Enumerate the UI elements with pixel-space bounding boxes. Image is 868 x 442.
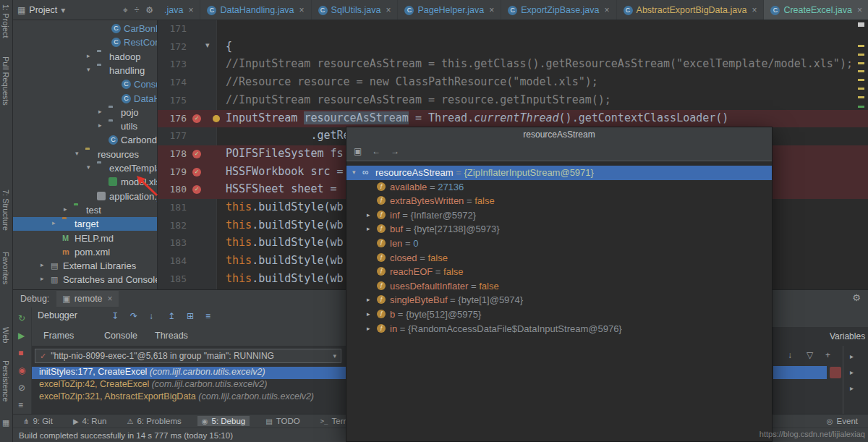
- breakpoint-icon[interactable]: ✓: [192, 168, 201, 177]
- filter-icon[interactable]: ▽: [807, 350, 813, 360]
- tool-stripe-button[interactable]: 7: Structure: [1, 190, 10, 231]
- project-view-selector[interactable]: Project: [29, 5, 57, 15]
- toolbar-item-9-git[interactable]: ⋔9: Git: [19, 416, 57, 426]
- tree-chevron-icon[interactable]: ▸: [98, 108, 102, 115]
- tab-close-icon[interactable]: ×: [188, 5, 193, 15]
- tab-threads[interactable]: Threads: [155, 331, 188, 341]
- fold-icon[interactable]: ▾: [205, 41, 210, 50]
- chevron-right-icon[interactable]: ▸: [850, 384, 854, 392]
- step-show-icon[interactable]: ↧: [111, 311, 119, 321]
- variable-row[interactable]: ▸fbuf = {byte[27138]@5973}: [346, 222, 772, 237]
- line-number[interactable]: 172: [158, 41, 187, 52]
- editor-tab[interactable]: CExportZipBase.java×: [501, 0, 616, 20]
- breakpoint-icon[interactable]: ✓: [192, 185, 201, 194]
- thread-selector[interactable]: ✓ "http-nio-8099-exec-1"@5,618 in group …: [35, 349, 341, 363]
- tree-chevron-icon[interactable]: ▸: [64, 205, 67, 213]
- line-number[interactable]: 182: [158, 220, 187, 231]
- tab-debugger[interactable]: Debugger: [38, 310, 77, 320]
- tab-console[interactable]: Console: [104, 331, 137, 341]
- tree-chevron-icon[interactable]: ▸: [41, 275, 44, 282]
- editor-tab[interactable]: CDataHandling.java×: [200, 0, 311, 20]
- project-tree-item[interactable]: ▸test: [13, 203, 158, 217]
- editor-tab[interactable]: CPageHelper.java×: [398, 0, 501, 20]
- tool-stripe-button[interactable]: Favorites: [1, 252, 10, 284]
- line-number[interactable]: 177: [158, 130, 187, 141]
- variable-chevron-icon[interactable]: ▸: [367, 225, 370, 232]
- project-tree-item[interactable]: CDataHan: [13, 92, 158, 106]
- variable-row[interactable]: favailable = 27136: [346, 180, 772, 195]
- tree-chevron-icon[interactable]: ▸: [98, 122, 102, 129]
- close-icon[interactable]: ×: [108, 294, 113, 304]
- tree-chevron-icon[interactable]: ▸: [41, 261, 44, 268]
- event-log-button[interactable]: ◎ Event: [822, 416, 862, 426]
- editor-tab[interactable]: CCreateExcel.java×: [764, 0, 868, 20]
- variable-chevron-icon[interactable]: ▸: [367, 211, 370, 218]
- chevron-right-icon[interactable]: ▸: [850, 368, 854, 376]
- variable-chevron-icon[interactable]: ▸: [367, 310, 370, 318]
- project-tree-item[interactable]: mpom.xml: [13, 245, 158, 259]
- stack-frame-row[interactable]: initStyles:177, CreateExcel (com.lijl.ca…: [32, 367, 346, 379]
- settings-icon[interactable]: ÷: [135, 5, 140, 15]
- chevron-right-icon[interactable]: ▸: [850, 352, 854, 360]
- chevron-down-icon[interactable]: ▾: [61, 5, 65, 15]
- back-icon[interactable]: ←: [372, 146, 380, 156]
- grid2-icon[interactable]: ⊞: [187, 311, 194, 321]
- toolbar-item-6-problems[interactable]: ⚠6: Problems: [122, 416, 185, 426]
- stack-frame-row[interactable]: excelToZip:321, AbstractExportBigData (c…: [32, 391, 346, 404]
- toolbar-item-todo[interactable]: ▤TODO: [261, 416, 304, 426]
- tab-close-icon[interactable]: ×: [605, 5, 610, 15]
- line-number[interactable]: 175: [158, 95, 187, 106]
- more-icon[interactable]: ≡: [205, 311, 210, 321]
- resume-icon[interactable]: ▶: [18, 331, 25, 341]
- project-tree-item[interactable]: ▸hadoop: [13, 50, 158, 64]
- variable-chevron-icon[interactable]: ▸: [367, 296, 370, 303]
- tool-window-switcher-icon[interactable]: ▦: [2, 418, 9, 428]
- variable-row[interactable]: fextraBytesWritten = false: [346, 194, 772, 208]
- breakpoint-icon[interactable]: ✓: [192, 150, 201, 158]
- variable-row[interactable]: freachEOF = false: [346, 265, 772, 279]
- project-tree-item[interactable]: ▸target: [13, 217, 158, 231]
- editor-tab[interactable]: CSqlUtils.java×: [312, 0, 399, 20]
- project-tree-item[interactable]: CConsume: [13, 77, 158, 91]
- tree-chevron-icon[interactable]: ▾: [87, 163, 90, 171]
- project-tree-item[interactable]: MHELP.md: [13, 231, 158, 245]
- variable-row[interactable]: fclosed = false: [346, 251, 772, 265]
- line-number[interactable]: 183: [158, 237, 187, 248]
- tab-close-icon[interactable]: ×: [752, 5, 757, 15]
- tool-stripe-button[interactable]: Pull Requests: [1, 56, 10, 106]
- locate-icon[interactable]: ⌖: [123, 5, 128, 15]
- line-number[interactable]: 178: [158, 148, 187, 159]
- variable-chevron-icon[interactable]: ▸: [367, 325, 370, 332]
- view-bp-icon[interactable]: ◉: [18, 365, 25, 375]
- forward-icon[interactable]: →: [391, 146, 399, 156]
- project-tree-item[interactable]: ▸▥Scratches and Consoles: [13, 273, 158, 286]
- project-tree-item[interactable]: CCarbondata: [13, 133, 158, 147]
- tree-chevron-icon[interactable]: ▸: [87, 52, 90, 59]
- tool-stripe-button[interactable]: Web: [1, 327, 10, 343]
- tree-chevron-icon[interactable]: ▸: [52, 219, 56, 226]
- variable-chevron-icon[interactable]: ▾: [352, 169, 356, 176]
- step-over-icon[interactable]: ↷: [130, 311, 137, 321]
- variable-row[interactable]: ▸finf = {Inflater@5972}: [346, 208, 772, 223]
- tree-chevron-icon[interactable]: ▾: [75, 150, 79, 157]
- download-icon[interactable]: ↓: [788, 350, 792, 360]
- variable-row[interactable]: ▸fsingleByteBuf = {byte[1]@5974}: [346, 293, 772, 307]
- tab-close-icon[interactable]: ×: [299, 5, 305, 15]
- project-tree-item[interactable]: ▾handling: [13, 64, 158, 77]
- variable-row[interactable]: ▸fb = {byte[512]@5975}: [346, 307, 772, 322]
- tool-stripe-button[interactable]: 1: Project: [1, 4, 10, 38]
- variable-row[interactable]: ▸fin = {RandomAccessDataFile$DataInputSt…: [346, 322, 772, 336]
- stack-frame-row[interactable]: excelToZip:42, CreateExcel (com.lijl.car…: [32, 379, 346, 391]
- line-number[interactable]: 179: [158, 166, 187, 177]
- variable-row[interactable]: ▾∞resourceAsStream = {ZipInflaterInputSt…: [346, 166, 772, 180]
- tab-frames[interactable]: Frames: [43, 331, 74, 341]
- rerun-icon[interactable]: ↻: [18, 313, 25, 323]
- tab-close-icon[interactable]: ×: [489, 5, 494, 15]
- intention-bulb-icon[interactable]: [213, 115, 220, 122]
- toolbar-item-5-debug[interactable]: ◉5: Debug: [197, 416, 250, 426]
- gear-icon[interactable]: ⚙: [852, 292, 861, 303]
- debug-session-tab[interactable]: ▣ remote ×: [56, 291, 118, 307]
- variables-selected-row[interactable]: [773, 366, 827, 379]
- more-icon[interactable]: ≡: [18, 400, 23, 410]
- step-out-icon[interactable]: ↥: [168, 311, 175, 321]
